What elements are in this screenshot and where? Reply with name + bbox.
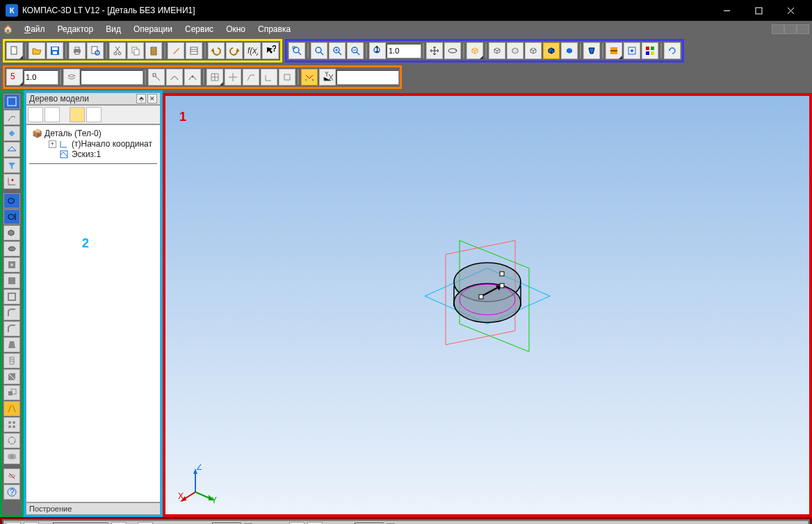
sketch-icon[interactable] xyxy=(3,94,20,109)
print-preview-button[interactable] xyxy=(87,42,104,59)
mirror-tool[interactable] xyxy=(3,401,20,416)
minimize-button[interactable] xyxy=(710,0,742,21)
tree-tb-1[interactable] xyxy=(28,107,43,122)
viewport[interactable]: 1 xyxy=(163,93,812,517)
sweep-tool[interactable] xyxy=(3,241,20,256)
help-arrow-button[interactable]: ? xyxy=(262,42,279,59)
line-tool-icon[interactable] xyxy=(3,110,20,125)
diamond-tool-icon[interactable] xyxy=(3,126,20,141)
zoom-in-button[interactable] xyxy=(329,42,346,59)
close-button[interactable] xyxy=(774,0,806,21)
rib-tool[interactable] xyxy=(3,273,20,288)
draft-tool[interactable] xyxy=(3,337,20,352)
open-button[interactable] xyxy=(29,42,45,59)
save-button[interactable] xyxy=(47,42,63,59)
tree-origin-node[interactable]: + (т)Начало координат xyxy=(46,139,157,149)
coords-button[interactable]: YX xyxy=(319,69,336,85)
loft-tool[interactable] xyxy=(3,225,20,240)
layer-button[interactable]: 5 xyxy=(6,69,23,85)
tree-tb-3[interactable] xyxy=(70,107,85,122)
coords-input[interactable] xyxy=(336,70,399,85)
menu-service[interactable]: Сервис xyxy=(179,22,219,36)
menu-operations[interactable]: Операции xyxy=(128,22,178,36)
mdi-close[interactable] xyxy=(797,24,809,34)
section-button[interactable] xyxy=(606,42,622,59)
menu-window[interactable]: Окно xyxy=(220,22,251,36)
part-color-button[interactable] xyxy=(642,42,658,59)
zoom-scale-button[interactable]: 1 xyxy=(369,42,386,59)
snap-mid-button[interactable] xyxy=(166,69,183,85)
mdi-minimize[interactable] xyxy=(772,24,784,34)
fillet-tool[interactable] xyxy=(3,305,20,320)
coord-tool-icon[interactable] xyxy=(3,174,20,189)
tree-pin-button[interactable]: ⬘ xyxy=(136,94,146,104)
menu-file[interactable]: Файл xyxy=(19,22,51,36)
funnel-tool-icon[interactable] xyxy=(3,158,20,173)
slice-tool[interactable] xyxy=(3,369,20,384)
scale-input[interactable] xyxy=(24,70,58,85)
new-button[interactable] xyxy=(6,42,23,59)
menu-view[interactable]: Вид xyxy=(100,22,127,36)
3d-scene xyxy=(390,206,585,386)
measure-tool-icon[interactable] xyxy=(3,142,20,157)
local-cs-button[interactable] xyxy=(261,69,277,85)
hidden-thin-button[interactable] xyxy=(525,42,542,59)
properties-button[interactable] xyxy=(186,42,202,59)
round-button[interactable] xyxy=(279,69,295,85)
chamfer-tool[interactable] xyxy=(3,321,20,336)
layers-button[interactable] xyxy=(63,69,80,85)
zoom-out-button[interactable] xyxy=(347,42,364,59)
hide-button[interactable] xyxy=(3,468,20,484)
zoom-window-button[interactable] xyxy=(311,42,327,59)
rotate-button[interactable] xyxy=(444,42,461,59)
tree-root-node[interactable]: 📦 Деталь (Тел-0) xyxy=(29,129,157,138)
grid-button[interactable] xyxy=(206,69,223,85)
thread-tool[interactable] xyxy=(3,353,20,368)
tree-close-button[interactable]: ✕ xyxy=(147,94,157,104)
zoom-extents-button[interactable] xyxy=(289,42,305,59)
tree-body[interactable]: 📦 Деталь (Тел-0) + (т)Начало координат Э… xyxy=(26,124,161,502)
pattern-tool[interactable] xyxy=(3,417,20,432)
maximize-button[interactable] xyxy=(742,0,774,21)
trace-button[interactable] xyxy=(243,69,259,85)
mdi-restore[interactable] xyxy=(784,24,797,34)
parametric-button[interactable] xyxy=(301,69,318,85)
simplified-button[interactable] xyxy=(624,42,640,59)
paste-button[interactable] xyxy=(145,42,162,59)
pan-button[interactable] xyxy=(426,42,443,59)
copy-button[interactable] xyxy=(127,42,144,59)
perspective-button[interactable] xyxy=(583,42,600,59)
undo-button[interactable] xyxy=(208,42,225,59)
tree-tb-4[interactable] xyxy=(86,107,102,122)
boolean-tool[interactable] xyxy=(3,449,20,464)
brush-button[interactable] xyxy=(168,42,184,59)
hidden-button[interactable] xyxy=(507,42,523,59)
ortho-button[interactable] xyxy=(225,69,241,85)
tree-sketch-node[interactable]: Эскиз:1 xyxy=(46,149,157,159)
zoom-value-input[interactable] xyxy=(387,44,421,58)
scale-tool[interactable] xyxy=(3,385,20,400)
menu-editor[interactable]: Редактор xyxy=(52,22,99,36)
shaded-wire-button[interactable] xyxy=(543,42,560,59)
layer-name-input[interactable] xyxy=(81,70,143,85)
tree-tb-2[interactable] xyxy=(44,107,60,122)
array-circ-tool[interactable] xyxy=(3,433,20,448)
hole-tool[interactable] xyxy=(3,257,20,272)
variables-button[interactable]: f(x) xyxy=(244,42,261,59)
orient-button[interactable] xyxy=(466,42,483,59)
mdi-system-icon[interactable]: 🏠 xyxy=(3,24,13,34)
expand-icon[interactable]: + xyxy=(49,140,56,148)
shell-tool[interactable] xyxy=(3,289,20,304)
wireframe-button[interactable] xyxy=(489,42,505,59)
revolve-tool[interactable] xyxy=(3,209,20,224)
cut-button[interactable] xyxy=(109,42,126,59)
print-button[interactable] xyxy=(69,42,86,59)
shaded-button[interactable] xyxy=(561,42,578,59)
snap-near-button[interactable] xyxy=(184,69,201,85)
extrude-tool[interactable] xyxy=(3,193,20,208)
refresh-button[interactable] xyxy=(664,42,681,59)
snap-end-button[interactable] xyxy=(148,69,165,85)
help-icon[interactable]: ? xyxy=(3,484,20,500)
menu-help[interactable]: Справка xyxy=(252,22,296,36)
redo-button[interactable] xyxy=(226,42,243,59)
